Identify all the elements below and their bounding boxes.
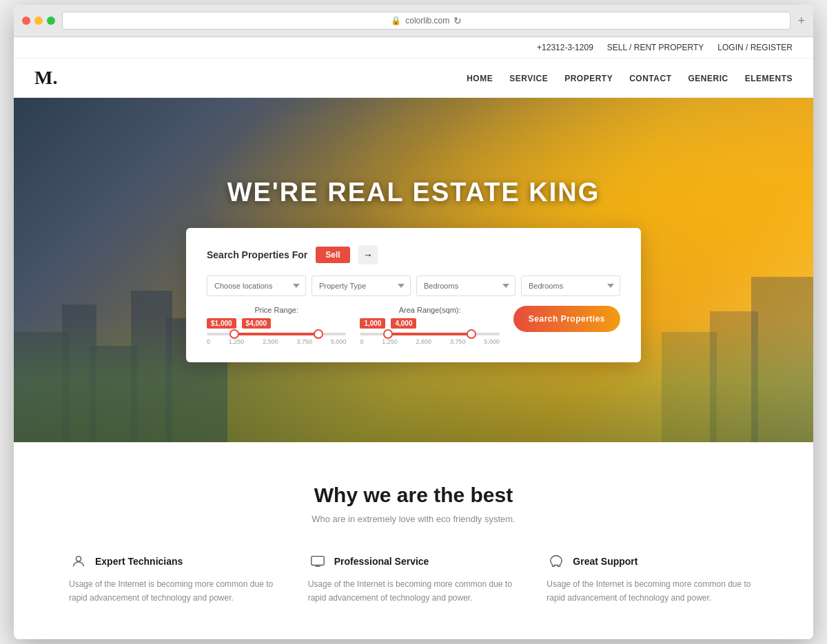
price-slider-ticks: 0 1,250 2,500 3,750 5,000: [207, 338, 346, 345]
refresh-button[interactable]: ↻: [453, 15, 462, 26]
price-min-badge: $1,000: [207, 318, 236, 329]
nav-elements[interactable]: ELEMENTS: [745, 74, 793, 83]
lock-icon: 🔒: [391, 16, 401, 25]
bedrooms-dropdown-1[interactable]: Bedrooms: [416, 276, 515, 296]
expert-icon: [69, 552, 88, 571]
features-row: Expert Technicians Usage of the Internet…: [69, 552, 758, 604]
feature-expert-header: Expert Technicians: [69, 552, 280, 571]
hero-title: WE'RE REAL ESTATE KING: [14, 178, 813, 207]
why-title: Why we are the best: [69, 484, 758, 507]
sliders-row: Price Range: $1,000 $4,000: [207, 306, 620, 345]
area-slider-track[interactable]: [360, 333, 499, 335]
address-bar[interactable]: 🔒 colorlib.com ↻: [62, 12, 790, 30]
browser-window: 🔒 colorlib.com ↻ + +12312-3-1209 SELL / …: [14, 5, 813, 638]
new-tab-button[interactable]: +: [797, 14, 805, 28]
price-range-group: Price Range: $1,000 $4,000: [207, 306, 346, 345]
feature-expert: Expert Technicians Usage of the Internet…: [69, 552, 280, 604]
area-range-group: Area Range(sqm): 1,000 4,000: [360, 306, 499, 345]
browser-chrome: 🔒 colorlib.com ↻ +: [14, 5, 813, 37]
nav-service[interactable]: SERVICE: [509, 74, 548, 83]
search-box: Search Properties For Sell → Choose loca…: [186, 228, 641, 362]
price-slider-handle-min[interactable]: [229, 329, 239, 339]
area-slider-ticks: 0 1,250 2,600 3,750 5,000: [360, 338, 499, 345]
url-text: colorlib.com: [405, 16, 449, 25]
traffic-lights: [22, 17, 55, 25]
navbar: M. HOME SERVICE PROPERTY CONTACT GENERIC…: [14, 59, 813, 98]
close-button[interactable]: [22, 17, 30, 25]
hero-content: WE'RE REAL ESTATE KING Search Properties…: [14, 178, 813, 362]
why-section: Why we are the best Who are in extremely…: [14, 442, 813, 638]
nav-contact[interactable]: CONTACT: [629, 74, 671, 83]
price-slider-track[interactable]: [207, 333, 346, 335]
area-range-label: Area Range(sqm):: [360, 306, 499, 314]
minimize-button[interactable]: [34, 17, 43, 25]
price-range-values: $1,000 $4,000: [207, 318, 346, 329]
arrow-button[interactable]: →: [358, 245, 378, 264]
nav-links: HOME SERVICE PROPERTY CONTACT GENERIC EL…: [467, 72, 793, 84]
site-wrapper: +12312-3-1209 SELL / RENT PROPERTY LOGIN…: [14, 37, 813, 638]
price-range-label: Price Range:: [207, 306, 346, 314]
utility-bar: +12312-3-1209 SELL / RENT PROPERTY LOGIN…: [14, 37, 813, 59]
phone-number[interactable]: +12312-3-1209: [537, 43, 593, 52]
feature-support: Great Support Usage of the Internet is b…: [547, 552, 758, 604]
svg-point-0: [76, 557, 81, 561]
price-max-badge: $4,000: [242, 318, 272, 329]
sell-rent-link[interactable]: SELL / RENT PROPERTY: [607, 43, 704, 52]
area-min-badge: 1,000: [360, 318, 385, 329]
area-slider-fill: [388, 333, 471, 335]
feature-professional-desc: Usage of the Internet is becoming more c…: [308, 578, 520, 604]
feature-professional: Professional Service Usage of the Intern…: [308, 552, 520, 604]
area-slider-handle-min[interactable]: [383, 329, 393, 339]
nav-home[interactable]: HOME: [467, 74, 493, 83]
sell-button[interactable]: Sell: [316, 247, 349, 263]
svg-rect-1: [312, 557, 324, 565]
support-icon: [547, 552, 566, 571]
search-box-title: Search Properties For: [207, 249, 307, 260]
professional-icon: [308, 552, 327, 571]
maximize-button[interactable]: [47, 17, 55, 25]
login-register-link[interactable]: LOGIN / REGISTER: [717, 43, 793, 52]
nav-property[interactable]: PROPERTY: [564, 74, 613, 83]
search-box-header: Search Properties For Sell →: [207, 245, 620, 264]
feature-expert-title: Expert Technicians: [95, 556, 183, 567]
feature-professional-title: Professional Service: [334, 556, 429, 567]
feature-professional-header: Professional Service: [308, 552, 520, 571]
dropdowns-row: Choose locations Property Type Bedrooms …: [207, 276, 620, 296]
nav-generic[interactable]: GENERIC: [688, 74, 728, 83]
feature-support-desc: Usage of the Internet is becoming more c…: [547, 578, 758, 604]
feature-support-header: Great Support: [547, 552, 758, 571]
price-slider-handle-max[interactable]: [314, 329, 323, 339]
feature-support-title: Great Support: [573, 556, 637, 567]
bedrooms-dropdown-2[interactable]: Bedrooms: [521, 276, 620, 296]
hero-section: WE'RE REAL ESTATE KING Search Properties…: [14, 98, 813, 442]
feature-expert-desc: Usage of the Internet is becoming more c…: [69, 578, 280, 604]
area-max-badge: 4,000: [391, 318, 416, 329]
area-slider-handle-max[interactable]: [467, 329, 476, 339]
search-properties-button[interactable]: Search Properties: [513, 306, 620, 332]
area-range-values: 1,000 4,000: [360, 318, 499, 329]
location-dropdown[interactable]: Choose locations: [207, 276, 306, 296]
why-subtitle: Who are in extremely love with eco frien…: [69, 514, 758, 524]
search-button-container: Search Properties: [513, 306, 620, 332]
site-logo[interactable]: M.: [34, 67, 57, 89]
property-type-dropdown[interactable]: Property Type: [312, 276, 411, 296]
price-slider-fill: [234, 333, 318, 335]
